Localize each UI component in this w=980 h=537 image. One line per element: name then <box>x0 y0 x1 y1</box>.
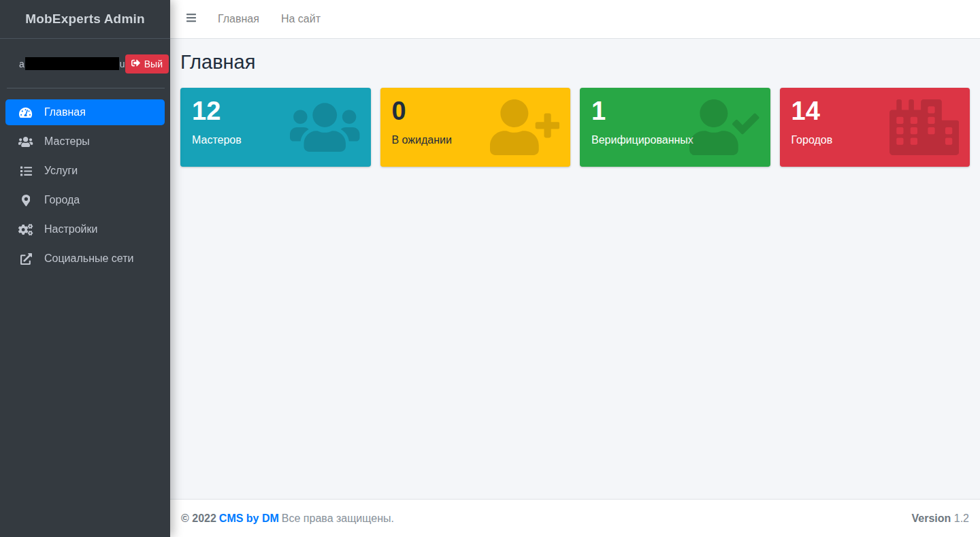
sidebar-item-label: Города <box>44 194 80 206</box>
sidebar-item-mastery[interactable]: Мастеры <box>5 129 165 154</box>
stat-card-verified: 1 Верифицированных <box>580 88 770 167</box>
user-email: a uz <box>19 57 130 70</box>
logout-button[interactable]: Вый <box>125 54 169 74</box>
stat-card-cities: 14 Городов <box>780 88 970 167</box>
sidebar-item-label: Мастеры <box>44 135 90 148</box>
copyright-year: © 2022 <box>181 512 216 524</box>
page-title: Главная <box>180 51 970 74</box>
users-icon <box>16 136 35 148</box>
tachometer-icon <box>16 107 35 118</box>
user-panel: a uz Вый <box>0 39 170 88</box>
sign-out-icon <box>131 59 140 69</box>
map-marker-icon <box>16 195 35 206</box>
sidebar-item-glavnaya[interactable]: Главная <box>5 99 165 125</box>
sidebar-item-label: Социальные сети <box>44 253 133 265</box>
top-navbar: Главная На сайт <box>170 0 980 39</box>
sidebar-item-nastroyki[interactable]: Настройки <box>5 216 165 242</box>
stat-card-pending: 0 В ожидании <box>380 88 571 167</box>
sidebar-menu: Главная Мастеры Услуги Города Настройки <box>0 88 170 272</box>
stat-card-masters: 12 Мастеров <box>180 88 371 167</box>
list-icon <box>16 165 35 177</box>
rights-text: Все права защищены. <box>282 512 394 524</box>
version-label: Version <box>911 512 951 524</box>
cms-by-dm-link[interactable]: CMS by DM <box>219 512 279 524</box>
external-link-icon <box>16 253 35 265</box>
sidebar-toggle-button[interactable] <box>176 7 207 31</box>
sidebar-item-label: Настройки <box>44 223 97 235</box>
bars-icon <box>186 12 196 26</box>
brand-title[interactable]: MobExperts Admin <box>0 0 170 39</box>
sidebar-item-label: Услуги <box>44 165 78 177</box>
stat-cards-row: 12 Мастеров 0 В ожидании 1 Верифицирован… <box>180 88 970 167</box>
logout-label: Вый <box>144 59 163 69</box>
navbar-link-na-sait[interactable]: На сайт <box>270 7 331 31</box>
sidebar-item-uslugi[interactable]: Услуги <box>5 158 165 184</box>
sidebar-item-label: Главная <box>44 106 86 118</box>
email-start: a <box>19 59 24 69</box>
users-icon <box>290 99 360 155</box>
sidebar: MobExperts Admin a uz Вый Главная Мастер… <box>0 0 170 537</box>
user-check-icon <box>689 99 760 155</box>
user-plus-icon <box>490 99 560 155</box>
main-area: Главная На сайт Главная 12 Мастеров 0 В … <box>170 0 980 537</box>
cogs-icon <box>16 224 35 235</box>
version-value: 1.2 <box>954 512 969 524</box>
copyright-line: © 2022CMS by DMВсе права защищены. <box>181 512 394 525</box>
content: Главная 12 Мастеров 0 В ожидании 1 Вериф… <box>170 39 980 499</box>
sidebar-item-socialnye-seti[interactable]: Социальные сети <box>5 246 165 272</box>
navbar-link-glavnaya[interactable]: Главная <box>207 7 270 31</box>
redacted-email-bar <box>25 57 119 70</box>
version-info: Version 1.2 <box>911 512 969 525</box>
footer: © 2022CMS by DMВсе права защищены. Versi… <box>170 499 980 537</box>
city-icon <box>889 99 960 155</box>
sidebar-item-goroda[interactable]: Города <box>5 187 165 213</box>
